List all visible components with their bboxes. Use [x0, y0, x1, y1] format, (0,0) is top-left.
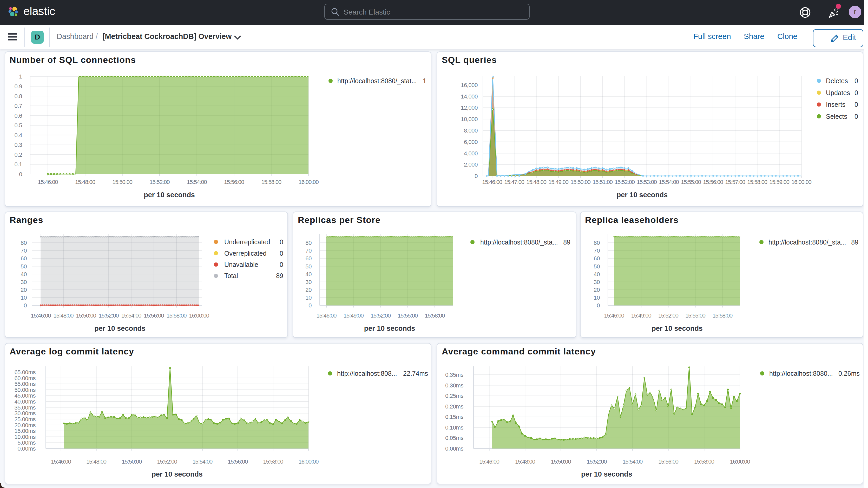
svg-text:4,000: 4,000: [464, 150, 478, 157]
svg-text:15:54:00: 15:54:00: [121, 312, 142, 318]
svg-text:per 10 seconds: per 10 seconds: [651, 324, 703, 332]
svg-text:0.5: 0.5: [14, 122, 22, 129]
svg-text:20: 20: [593, 286, 599, 293]
svg-text:89: 89: [563, 238, 570, 246]
svg-text:50.00ms: 50.00ms: [14, 387, 35, 393]
svg-text:0: 0: [279, 249, 283, 257]
svg-text:70: 70: [305, 247, 312, 254]
svg-text:0.2: 0.2: [14, 152, 22, 158]
svg-text:15:49:00: 15:49:00: [344, 312, 364, 318]
svg-text:14,000: 14,000: [461, 93, 478, 100]
svg-text:15:48:00: 15:48:00: [515, 458, 535, 465]
svg-text:0.05ms: 0.05ms: [445, 434, 463, 441]
svg-text:15:48:00: 15:48:00: [86, 458, 106, 465]
svg-text:55.00ms: 55.00ms: [14, 380, 35, 387]
svg-text:15:50:00: 15:50:00: [112, 179, 132, 185]
svg-text:40: 40: [305, 271, 312, 277]
svg-text:0.30ms: 0.30ms: [445, 382, 463, 389]
svg-text:15:59:00: 15:59:00: [769, 179, 789, 185]
svg-text:0: 0: [308, 302, 312, 308]
svg-text:Updates: Updates: [826, 89, 850, 96]
svg-text:0.25ms: 0.25ms: [445, 392, 463, 399]
svg-text:15:48:00: 15:48:00: [75, 179, 95, 185]
svg-text:15:57:00: 15:57:00: [725, 179, 745, 185]
svg-text:0.7: 0.7: [14, 103, 22, 109]
svg-text:15:54:00: 15:54:00: [622, 458, 643, 465]
svg-text:10.00ms: 10.00ms: [14, 433, 35, 440]
svg-text:15:55:00: 15:55:00: [685, 312, 705, 318]
svg-text:12,000: 12,000: [461, 104, 478, 111]
svg-text:0: 0: [474, 173, 478, 179]
svg-text:15:56:00: 15:56:00: [224, 179, 244, 185]
svg-text:15:58:00: 15:58:00: [261, 179, 281, 185]
svg-text:0.10ms: 0.10ms: [445, 424, 463, 431]
svg-text:15:58:00: 15:58:00: [747, 179, 768, 185]
svg-text:6,000: 6,000: [464, 139, 478, 145]
svg-text:80: 80: [593, 239, 599, 246]
svg-text:1: 1: [19, 73, 22, 80]
svg-text:15:46:00: 15:46:00: [479, 458, 499, 465]
svg-text:0.26ms: 0.26ms: [838, 369, 860, 377]
svg-text:0: 0: [855, 113, 858, 120]
svg-text:0: 0: [855, 89, 858, 96]
svg-text:15:46:00: 15:46:00: [51, 458, 71, 465]
svg-text:0.35ms: 0.35ms: [445, 371, 463, 378]
svg-text:0.6: 0.6: [14, 113, 22, 119]
svg-text:10: 10: [593, 294, 599, 301]
svg-text:0: 0: [23, 302, 27, 308]
svg-text:16:00:00: 16:00:00: [189, 312, 209, 318]
svg-text:Unavailable: Unavailable: [224, 261, 258, 268]
svg-text:0: 0: [855, 77, 858, 85]
svg-text:per 10 seconds: per 10 seconds: [581, 470, 632, 478]
svg-text:45.00ms: 45.00ms: [14, 392, 35, 399]
svg-text:15:56:00: 15:56:00: [658, 458, 679, 465]
svg-text:15:56:00: 15:56:00: [703, 179, 723, 185]
svg-text:15:54:00: 15:54:00: [187, 179, 207, 185]
svg-text:25.00ms: 25.00ms: [14, 416, 35, 422]
svg-text:0.20ms: 0.20ms: [445, 403, 463, 409]
svg-text:30: 30: [20, 279, 27, 285]
svg-text:10: 10: [305, 294, 312, 301]
svg-text:15:50:00: 15:50:00: [121, 458, 142, 465]
svg-text:30: 30: [305, 279, 312, 285]
svg-text:80: 80: [20, 239, 27, 246]
svg-text:16:00:00: 16:00:00: [298, 179, 319, 185]
svg-text:0.00ms: 0.00ms: [445, 445, 463, 452]
svg-text:15:54:00: 15:54:00: [192, 458, 212, 465]
svg-text:50: 50: [20, 263, 27, 270]
svg-text:70: 70: [20, 247, 27, 254]
svg-text:Overreplicated: Overreplicated: [224, 249, 267, 257]
svg-text:16:00:00: 16:00:00: [730, 458, 750, 465]
svg-text:30.00ms: 30.00ms: [14, 410, 35, 416]
svg-text:0.1: 0.1: [14, 161, 22, 167]
svg-text:15:53:00: 15:53:00: [637, 179, 657, 185]
svg-text:16,000: 16,000: [461, 82, 478, 88]
svg-text:15:58:00: 15:58:00: [166, 312, 187, 318]
svg-text:http://localhost:8080...: http://localhost:8080...: [769, 369, 833, 377]
svg-text:Underreplicated: Underreplicated: [224, 238, 270, 245]
svg-text:60: 60: [305, 255, 312, 262]
svg-text:15:48:00: 15:48:00: [53, 312, 73, 318]
svg-text:15:58:00: 15:58:00: [694, 458, 714, 465]
svg-text:15:50:00: 15:50:00: [551, 458, 571, 465]
svg-text:30: 30: [593, 279, 599, 285]
svg-text:15:52:00: 15:52:00: [157, 458, 177, 465]
svg-text:15:49:00: 15:49:00: [631, 312, 651, 318]
svg-text:15:52:00: 15:52:00: [615, 179, 635, 185]
svg-text:Total: Total: [224, 272, 238, 279]
svg-text:89: 89: [851, 238, 858, 246]
svg-text:15:54:00: 15:54:00: [659, 179, 679, 185]
svg-text:0: 0: [279, 261, 283, 268]
svg-text:0.8: 0.8: [14, 93, 22, 99]
svg-text:80: 80: [305, 239, 312, 246]
svg-text:0: 0: [19, 171, 22, 178]
svg-text:10: 10: [20, 294, 27, 301]
svg-text:15:51:00: 15:51:00: [592, 179, 613, 185]
svg-text:10,000: 10,000: [461, 116, 478, 122]
svg-text:per 10 seconds: per 10 seconds: [364, 324, 415, 332]
svg-text:70: 70: [593, 247, 599, 254]
svg-text:16:00:00: 16:00:00: [298, 458, 319, 465]
svg-text:Selects: Selects: [826, 113, 847, 120]
svg-text:15:48:00: 15:48:00: [526, 179, 547, 185]
svg-text:15:58:00: 15:58:00: [712, 312, 732, 318]
